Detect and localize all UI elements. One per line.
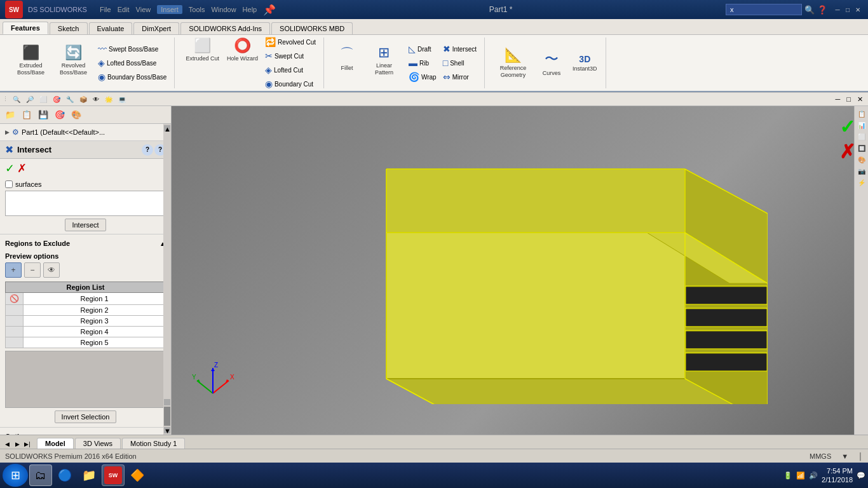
draft-button[interactable]: ◺ Draft <box>406 43 439 55</box>
extruded-boss-base-button[interactable]: ⬛ Extruded Boss/Base <box>10 43 51 83</box>
right-icon-2[interactable]: 📊 <box>857 120 867 130</box>
tab-features[interactable]: Features <box>3 22 48 34</box>
mirror-button[interactable]: ⇔ Mirror <box>440 71 479 83</box>
notification-icon[interactable]: 💬 <box>857 471 865 480</box>
surfaces-list[interactable] <box>5 191 166 216</box>
options-section-header[interactable]: Options ▲ <box>5 430 166 435</box>
tab-evaluate[interactable]: Evaluate <box>89 22 133 34</box>
curves-button[interactable]: 〜 Curves <box>536 48 567 79</box>
hole-wizard-button[interactable]: ⭕ Hole Wizard <box>224 36 261 90</box>
sidebar-btn-4[interactable]: 🎯 <box>52 108 67 122</box>
table-row[interactable]: 🚫 Region 1 <box>6 293 166 305</box>
tab-model[interactable]: Model <box>37 438 74 449</box>
viewport-cancel-button[interactable]: ✗ <box>839 140 855 163</box>
fillet-button[interactable]: ⌒ Fillet <box>332 43 362 83</box>
search-icon[interactable]: 🔍 <box>804 5 815 15</box>
scroll-up-btn[interactable]: ▲ <box>164 125 170 132</box>
scroll-handle[interactable] <box>164 407 170 426</box>
sidebar-btn-3[interactable]: 💾 <box>36 108 51 122</box>
sidebar-btn-1[interactable]: 📁 <box>3 108 18 122</box>
tab-mbd[interactable]: SOLIDWORKS MBD <box>271 22 353 34</box>
regions-section-header[interactable]: Regions to Exclude ▲ <box>5 237 166 250</box>
minimize-button[interactable]: ─ <box>832 4 843 15</box>
view-btn-7[interactable]: 👁 <box>90 95 102 104</box>
boundary-cut-button[interactable]: ◉ Boundary Cut <box>262 78 318 90</box>
tree-item-part1[interactable]: ▶ ⚙ Part1 (Default<<Default>... <box>5 126 166 138</box>
tab-end-btn[interactable]: ▶| <box>23 440 32 449</box>
panel-scrollbar[interactable]: ▲ ▼ <box>163 124 171 435</box>
taskbar-files[interactable]: 📁 <box>78 464 100 486</box>
accept-button[interactable]: ✓ <box>5 161 15 175</box>
pin-icon[interactable]: 📌 <box>263 4 276 16</box>
menu-tools[interactable]: Tools <box>189 6 205 13</box>
taskbar-chrome[interactable]: 🔵 <box>53 464 76 486</box>
start-button[interactable]: ⊞ <box>3 464 28 487</box>
viewport[interactable]: ✓ ✗ <box>172 106 868 435</box>
tab-prev-btn[interactable]: ◀ <box>3 440 11 449</box>
preview-btn-view[interactable]: 👁 <box>43 262 60 278</box>
viewport-accept-button[interactable]: ✓ <box>839 116 855 138</box>
view-btn-6[interactable]: 📦 <box>77 95 90 104</box>
revolved-boss-base-button[interactable]: 🔄 Revolved Boss/Base <box>53 43 94 83</box>
linear-pattern-button[interactable]: ⊞ Linear Pattern <box>363 43 405 83</box>
table-row[interactable]: Region 5 <box>6 337 166 348</box>
clock-display[interactable]: 7:54 PM 2/11/2018 <box>822 466 853 485</box>
preview-btn-add[interactable]: + <box>5 262 22 278</box>
sidebar-btn-2[interactable]: 📋 <box>19 108 34 122</box>
instant3d-button[interactable]: 3D Instant3D <box>569 52 600 74</box>
view-btn-8[interactable]: 🌟 <box>102 95 115 104</box>
right-icon-6[interactable]: 📷 <box>857 166 867 176</box>
table-row[interactable]: Region 4 <box>6 327 166 337</box>
menu-view[interactable]: View <box>136 6 151 13</box>
menu-edit[interactable]: Edit <box>118 6 130 13</box>
tab-3d-views[interactable]: 3D Views <box>75 438 121 449</box>
scroll-down-btn[interactable]: ▼ <box>164 427 170 433</box>
surfaces-checkbox[interactable] <box>5 180 13 188</box>
close-button[interactable]: ✕ <box>853 4 863 15</box>
viewport-minimize[interactable]: ─ <box>833 95 843 104</box>
right-icon-3[interactable]: ⬜ <box>857 132 867 142</box>
revolved-cut-button[interactable]: 🔁 Revolved Cut <box>262 36 318 48</box>
cancel-button[interactable]: ✗ <box>17 161 27 175</box>
table-row[interactable]: Region 2 <box>6 305 166 316</box>
help-icon[interactable]: ❓ <box>817 5 827 15</box>
lofted-cut-button[interactable]: ◈ Lofted Cut <box>262 64 318 76</box>
tab-dimxpert[interactable]: DimXpert <box>133 22 179 34</box>
view-btn-4[interactable]: 🎯 <box>50 95 63 104</box>
swept-boss-base-button[interactable]: 〰 Swept Boss/Base <box>95 43 169 55</box>
tab-addins[interactable]: SOLIDWORKS Add-Ins <box>180 22 270 34</box>
lofted-boss-base-button[interactable]: ◈ Lofted Boss/Base <box>95 57 169 69</box>
taskbar-vlc[interactable]: 🔶 <box>126 464 149 486</box>
viewport-restore[interactable]: □ <box>844 95 853 104</box>
shell-button[interactable]: □ Shell <box>440 57 479 69</box>
menu-window[interactable]: Window <box>211 6 236 13</box>
menu-insert[interactable]: Insert <box>157 5 182 14</box>
tab-sketch[interactable]: Sketch <box>50 22 88 34</box>
right-icon-4[interactable]: 🔲 <box>857 143 867 153</box>
intersect-action-button[interactable]: Intersect <box>65 219 105 231</box>
invert-selection-button[interactable]: Invert Selection <box>55 410 117 423</box>
help-question-btn[interactable]: ? <box>142 144 153 156</box>
right-icon-1[interactable]: 📋 <box>857 109 867 119</box>
tab-next-btn[interactable]: ▶ <box>13 440 22 449</box>
scroll-thumb[interactable] <box>164 399 170 405</box>
viewport-close[interactable]: ✕ <box>855 95 865 104</box>
extruded-cut-button[interactable]: ⬜ Extruded Cut <box>182 36 222 90</box>
menu-file[interactable]: File <box>100 6 111 13</box>
view-btn-2[interactable]: 🔎 <box>24 95 36 104</box>
swept-cut-button[interactable]: ✂ Swept Cut <box>262 50 318 62</box>
right-icon-5[interactable]: 🎨 <box>857 154 867 165</box>
intersect-button[interactable]: ✖ Intersect <box>440 43 479 55</box>
search-input[interactable] <box>726 4 802 15</box>
right-icon-7[interactable]: ⚡ <box>857 177 867 187</box>
view-btn-5[interactable]: 🔧 <box>64 95 76 104</box>
preview-btn-remove[interactable]: − <box>24 262 41 278</box>
view-btn-1[interactable]: 🔍 <box>10 95 23 104</box>
tab-motion-study[interactable]: Motion Study 1 <box>122 438 185 449</box>
table-row[interactable]: Region 3 <box>6 316 166 327</box>
sidebar-btn-5[interactable]: 🎨 <box>69 108 84 122</box>
taskbar-solidworks[interactable]: SW <box>102 464 125 486</box>
boundary-boss-base-button[interactable]: ◉ Boundary Boss/Base <box>95 71 169 83</box>
menu-help[interactable]: Help <box>243 6 257 13</box>
rib-button[interactable]: ▬ Rib <box>406 57 439 69</box>
